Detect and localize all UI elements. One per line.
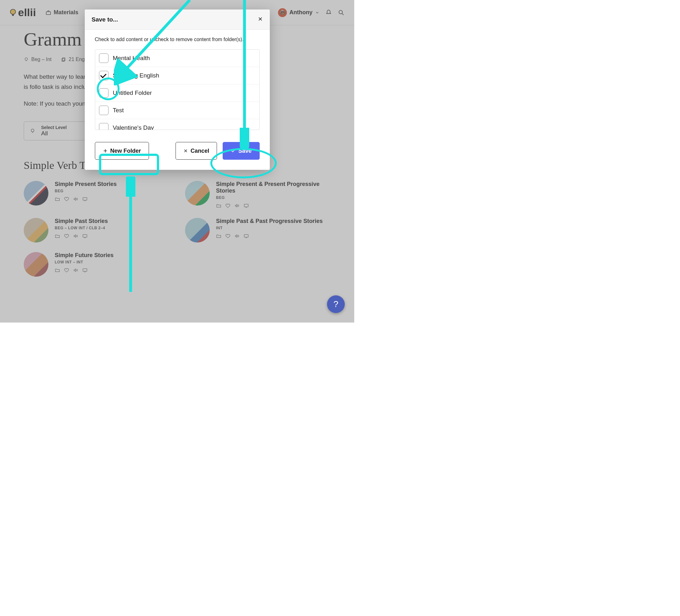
close-icon bbox=[183, 149, 188, 153]
help-button[interactable]: ? bbox=[327, 295, 345, 313]
folder-name: Mental Health bbox=[113, 55, 150, 62]
modal-title: Save to... bbox=[92, 16, 118, 23]
folder-row[interactable]: Speaking English bbox=[95, 67, 259, 84]
folder-checkbox[interactable] bbox=[99, 88, 109, 98]
folder-name: Speaking English bbox=[113, 72, 160, 79]
modal-close-button[interactable] bbox=[258, 16, 263, 23]
folder-name: Test bbox=[113, 107, 124, 114]
check-icon bbox=[231, 148, 236, 153]
folder-name: Untitled Folder bbox=[113, 89, 152, 96]
folder-row[interactable]: Valentine's Day bbox=[95, 119, 259, 130]
modal-hint: Check to add content or uncheck to remov… bbox=[95, 37, 260, 42]
cancel-button[interactable]: Cancel bbox=[175, 142, 217, 160]
modal-actions: New Folder Cancel Save bbox=[85, 133, 270, 170]
new-folder-button[interactable]: New Folder bbox=[95, 142, 149, 160]
save-to-modal: Save to... Check to add content or unche… bbox=[85, 9, 270, 170]
folder-checkbox[interactable] bbox=[99, 71, 109, 80]
save-button[interactable]: Save bbox=[223, 142, 259, 160]
folder-list: Mental Health Speaking English Untitled … bbox=[95, 49, 260, 130]
folder-checkbox[interactable] bbox=[99, 123, 109, 130]
close-icon bbox=[258, 17, 263, 22]
folder-name: Valentine's Day bbox=[113, 124, 154, 130]
folder-row[interactable]: Untitled Folder bbox=[95, 84, 259, 102]
folder-row[interactable]: Mental Health bbox=[95, 50, 259, 67]
plus-icon bbox=[103, 148, 108, 153]
cancel-label: Cancel bbox=[190, 148, 209, 154]
folder-checkbox[interactable] bbox=[99, 54, 109, 63]
folder-row[interactable]: Test bbox=[95, 102, 259, 119]
new-folder-label: New Folder bbox=[110, 148, 141, 154]
folder-checkbox[interactable] bbox=[99, 106, 109, 115]
modal-backdrop: Save to... Check to add content or unche… bbox=[0, 0, 354, 323]
modal-header: Save to... bbox=[85, 9, 270, 30]
help-label: ? bbox=[333, 299, 338, 309]
save-label: Save bbox=[238, 148, 251, 154]
